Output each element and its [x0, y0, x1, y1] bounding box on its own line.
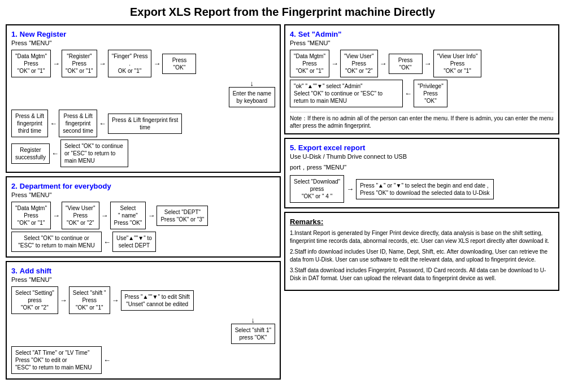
s1-box-datamgtm: "Data Mgtm" Press "OK" or "1" [11, 50, 51, 77]
s1-box-lift2: Press & Lift fingerprint second time [59, 110, 97, 137]
arrow-left-2: ← [99, 120, 106, 127]
s2-arrow-3: → [147, 212, 155, 219]
remarks-item-1: 1.Instant Report is generated by Finger … [290, 229, 554, 245]
s3-box-shift: Select "shift " Press "OK" or "1" [69, 286, 110, 314]
s2-title: Department for everybody [20, 182, 111, 190]
s4-box-datamgtm: "Data Mgtm" Press "OK" or "1" [290, 50, 329, 77]
s5-box-download: Select "Download" press "OK" or " 4 " [290, 175, 344, 203]
s4-box-viewuserinfo: "View User Info" Press "OK" or "1" [433, 50, 482, 77]
s2-box-selectname: Select " name" Press "OK" [110, 202, 146, 229]
s2-box-selectdept: Select "DEPT" Press "OK" or "3" [157, 206, 208, 226]
s2-box-viewuser: "View User" Press "OK" or "2" [62, 202, 99, 229]
arrow-1: → [53, 60, 60, 67]
section-5: 5. Export excel report Use U-Disk / Thum… [284, 138, 559, 208]
s1-box-lift3: Press & Lift fingerprint third time [11, 110, 48, 137]
s4-box-pressok: Press "OK" [389, 54, 423, 74]
remarks-title: Remarks: [290, 217, 554, 226]
arrow-2: → [99, 60, 106, 67]
s2-box-selectok: Select "OK" to continue or "ESC" to retu… [11, 232, 102, 252]
s3-arrow-2: → [112, 297, 119, 304]
s3-box-editshift: Press "▲""▼" to edit Shift "Unset" canno… [121, 290, 194, 311]
s3-box-setting: Select "Setting" press "OK" or "2" [11, 286, 58, 314]
s2-box-datamgtm: "Data Mgtm" Press "OK" or "1" [11, 202, 51, 229]
s4-arrow-2: → [380, 60, 387, 67]
s5-number: 5. [290, 143, 296, 152]
section-1: 1. New Register Press "MENU" "Data Mgtm"… [6, 24, 281, 173]
s4-arrow-1: → [331, 60, 338, 67]
s5-sub1: Use U-Disk / Thumb Drive connect to USB [290, 153, 554, 160]
s1-box-register: "Register" Press "OK" or "1" [62, 50, 97, 77]
s4-subtitle: Press "MENU" [290, 40, 554, 46]
s5-sub2: port，press "MENU" [290, 163, 554, 172]
s1-title: New Register [20, 30, 66, 38]
s1-box-entername: Enter the name by keyboard [229, 87, 275, 107]
s3-arrow-1: → [60, 297, 67, 304]
s3-title: Add shift [20, 267, 51, 275]
s3-subtitle: Press "MENU" [11, 276, 275, 283]
s1-box-lift1: Press & Lift fingerprint first time [108, 114, 182, 134]
arrow-left-1: ← [50, 120, 57, 127]
s1-box-pressok: Press "OK" [162, 54, 196, 74]
section-3: 3. Add shift Press "MENU" Select "Settin… [6, 261, 281, 380]
s3-number: 3. [11, 267, 18, 275]
s2-arrow-1: → [53, 212, 60, 219]
s1-box-register-success: Register successfully [11, 143, 50, 164]
s4-note: Note：If there is no admin all of the per… [290, 112, 554, 129]
s2-number: 2. [11, 182, 18, 190]
s4-arrow-left: ← [405, 90, 412, 97]
remarks-item-3: 3.Staff data download includes Fingerpri… [290, 267, 554, 282]
s2-subtitle: Press "MENU" [11, 191, 275, 198]
s4-number: 4. [290, 30, 296, 38]
s5-arrow-1: → [346, 185, 354, 193]
s5-title: Export excel report [298, 143, 366, 152]
remarks-item-2: 2.Staff info download includes User ID, … [290, 248, 554, 264]
s2-box-usearrow: Use"▲""▼" to select DEPT [112, 232, 156, 252]
s4-arrow-3: → [424, 60, 432, 67]
s1-box-selectok: Select "OK" to continue or "ESC" to retu… [60, 140, 128, 167]
section-2: 2. Department for everybody Press "MENU"… [6, 176, 281, 258]
s3-box-attime: Select "AT Time" or "LV Time" Press "OK"… [11, 346, 102, 374]
s4-box-viewuser: "View User" Press "OK" or "2" [340, 50, 378, 77]
arrow-left-3: ← [51, 150, 59, 157]
remarks-section: Remarks: 1.Instant Report is generated b… [284, 212, 559, 291]
s4-box-privilege: "Privilege" Press "OK" [414, 80, 447, 107]
arrow-down-1: ↓ [250, 80, 254, 87]
page-title: Export XLS Report from the Fingerprint m… [6, 6, 559, 19]
s5-box-select-date: Press "▲" or "▼" to select the begin and… [356, 179, 493, 199]
s3-box-shift1: Select "shift 1" press "OK" [231, 324, 275, 344]
s4-title: Set "Admin" [298, 30, 342, 38]
s1-number: 1. [11, 30, 18, 38]
s1-box-finger: "Finger" Press . OK or "1" [108, 50, 152, 77]
section-4: 4. Set "Admin" Press "MENU" "Data Mgtm" … [284, 24, 559, 134]
s3-arrow-left: ← [103, 356, 111, 364]
s2-arrow-2: → [101, 212, 108, 219]
s4-box-admin: "ok" "▲""▼" select "Admin" Select "OK" t… [290, 80, 403, 107]
arrow-3: → [153, 60, 160, 67]
s3-arrow-down: ↓ [251, 316, 255, 324]
s1-subtitle: Press "MENU" [11, 40, 275, 46]
s2-arrow-left: ← [103, 238, 111, 246]
